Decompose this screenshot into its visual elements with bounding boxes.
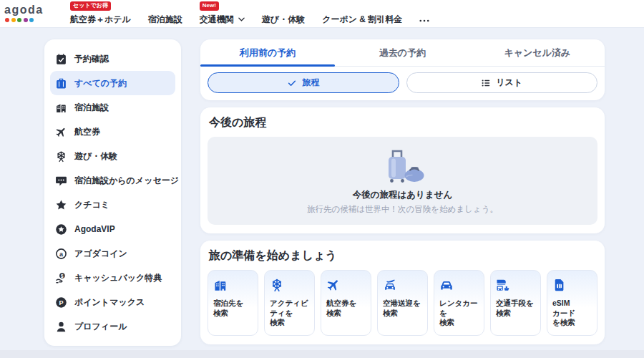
empty-state-title: 今後の旅程はありません <box>353 189 453 201</box>
main-nav: セットでお得 航空券＋ホテル 宿泊施設 New! 交通機関 遊び・体験 クーポン… <box>70 11 429 27</box>
nav-item-label: 航空券＋ホテル <box>70 15 131 24</box>
cashback-icon: $ <box>55 272 67 284</box>
sidebar-item-label: 宿泊施設からのメッセージ <box>74 175 179 187</box>
sidebar-item-label: キャッシュバック特典 <box>74 272 162 284</box>
upcoming-trips-card: 今後の旅程 今後の旅程はありません 旅行先の候補は世界中！次の冒険を始めましょう… <box>200 107 605 233</box>
sidebar-item-label: 航空券 <box>74 126 100 138</box>
svg-text:a: a <box>59 250 64 257</box>
search-airport-transfer-card[interactable]: 空港送迎を 検索 <box>377 270 428 336</box>
quick-card-label: eSIM カード を検索 <box>552 299 592 328</box>
suitcase-icon <box>55 77 67 90</box>
tab-cancelled-bookings[interactable]: キャンセル済み <box>470 39 605 66</box>
sidebar-item-agoda-vip[interactable]: AgodaVIP <box>50 217 175 241</box>
quick-card-label: 航空券を 検索 <box>326 299 366 318</box>
tab-upcoming-bookings[interactable]: 利用前の予約 <box>200 39 335 66</box>
car-icon <box>439 278 454 292</box>
sidebar-item-label: クチコミ <box>74 199 109 211</box>
search-transport-card[interactable]: 交通手段を 検索 <box>490 270 541 336</box>
sidebar-item-cashback[interactable]: $ キャッシュバック特典 <box>50 266 175 290</box>
sim-card-icon <box>552 278 567 292</box>
logo-dot-blue <box>29 18 34 22</box>
logo-dot-green <box>17 18 21 22</box>
nav-item-transport[interactable]: New! 交通機関 <box>200 11 245 27</box>
tab-label: 利用前の予約 <box>240 47 296 58</box>
sidebar-item-activities[interactable]: 遊び・体験 <box>50 144 175 168</box>
agoda-logo-text: agoda <box>4 4 42 16</box>
quick-card-label: 空港送迎を 検索 <box>383 299 422 318</box>
quick-card-label: 交通手段を 検索 <box>496 299 535 318</box>
more-menu-icon <box>419 19 429 22</box>
view-toggle-itinerary[interactable]: 旅程 <box>208 72 399 93</box>
transport-icon <box>496 278 510 292</box>
new-badge: New! <box>200 1 219 11</box>
buildings-icon <box>213 278 228 292</box>
plane-icon <box>323 275 343 295</box>
nav-item-activities[interactable]: 遊び・体験 <box>262 11 305 27</box>
sidebar-item-label: ポイントマックス <box>74 296 145 309</box>
sidebar-item-pointsmax[interactable]: P ポイントマックス <box>50 290 175 314</box>
view-toggle: 旅程 リスト <box>200 67 605 100</box>
sidebar-item-label: 遊び・体験 <box>74 150 117 163</box>
sidebar-item-reviews[interactable]: クチコミ <box>50 193 175 217</box>
sidebar-item-label: AgodaVIP <box>74 224 115 234</box>
search-flights-card[interactable]: 航空券を 検索 <box>321 270 371 336</box>
plane-icon <box>52 123 69 140</box>
sidebar-item-label: プロフィール <box>74 321 127 333</box>
sidebar-item-flights[interactable]: 航空券 <box>50 120 175 144</box>
view-toggle-label: 旅程 <box>302 77 319 89</box>
sidebar-item-label: すべての予約 <box>74 77 127 90</box>
nav-item-more[interactable] <box>419 11 429 27</box>
svg-text:P: P <box>59 299 63 306</box>
search-esim-card[interactable]: eSIM カード を検索 <box>547 270 597 336</box>
star-circle-icon <box>55 223 67 236</box>
sidebar: 予約確認 すべての予約 宿泊施設 航空券 遊び・体験 <box>44 39 181 346</box>
sidebar-item-all-bookings[interactable]: すべての予約 <box>50 71 175 95</box>
list-icon <box>481 78 491 88</box>
agoda-logo[interactable]: agoda <box>4 4 42 27</box>
logo-dot-red <box>5 18 9 22</box>
sidebar-item-property-messages[interactable]: 宿泊施設からのメッセージ <box>50 168 175 193</box>
main-content: 利用前の予約 過去の予約 キャンセル済み 旅程 <box>200 39 605 344</box>
profile-icon <box>55 321 67 333</box>
bookings-filter-card: 利用前の予約 過去の予約 キャンセル済み 旅程 <box>200 39 605 100</box>
quick-card-label: レンタカー を 検索 <box>439 299 479 328</box>
search-activities-card[interactable]: アクティビ ティを 検索 <box>264 270 315 336</box>
logo-dot-purple <box>24 18 28 22</box>
nav-item-label: クーポン & 割引料金 <box>322 15 402 24</box>
sidebar-item-agoda-coins[interactable]: a アゴダコイン <box>50 241 175 266</box>
booking-status-tabs: 利用前の予約 過去の予約 キャンセル済み <box>200 39 605 67</box>
airport-transfer-icon <box>383 278 397 292</box>
agoda-logo-dots <box>5 18 42 22</box>
view-toggle-label: リスト <box>496 77 522 89</box>
quick-search-cards: 宿泊先を 検索 アクティビ ティを 検索 航空券を 検索 <box>208 270 597 336</box>
footer-strip <box>0 350 644 358</box>
upcoming-trips-empty-state: 今後の旅程はありません 旅行先の候補は世界中！次の冒険を始めましょう。 <box>208 137 597 225</box>
star-icon <box>55 199 67 211</box>
nav-item-coupons-deals[interactable]: クーポン & 割引料金 <box>322 11 402 27</box>
sidebar-item-booking-confirmation[interactable]: 予約確認 <box>50 47 175 71</box>
buildings-icon <box>55 102 67 114</box>
agoda-bookings-page: agoda セットでお得 航空券＋ホテル 宿泊施設 New! 交通機関 <box>0 0 644 358</box>
svg-text:$: $ <box>61 273 64 279</box>
upcoming-trips-title: 今後の旅程 <box>209 115 597 130</box>
trip-preparation-title: 旅の準備を始めましょう <box>209 248 597 263</box>
empty-state-subtitle: 旅行先の候補は世界中！次の冒険を始めましょう。 <box>307 204 498 215</box>
chevron-down-icon <box>238 17 245 21</box>
pointsmax-icon: P <box>55 296 67 309</box>
logo-dot-orange <box>11 18 16 22</box>
tab-past-bookings[interactable]: 過去の予約 <box>335 39 469 66</box>
check-icon <box>287 78 297 88</box>
message-icon <box>55 175 67 187</box>
nav-item-accommodation[interactable]: 宿泊施設 <box>148 11 182 27</box>
search-car-rental-card[interactable]: レンタカー を 検索 <box>434 270 484 336</box>
bundle-deal-badge: セットでお得 <box>70 1 111 11</box>
tab-label: 過去の予約 <box>379 47 426 58</box>
nav-item-flights-hotels[interactable]: セットでお得 航空券＋ホテル <box>70 11 131 27</box>
view-toggle-list[interactable]: リスト <box>406 72 598 93</box>
sidebar-item-profile[interactable]: プロフィール <box>50 314 175 339</box>
luggage-illustration <box>379 147 426 185</box>
search-accommodation-card[interactable]: 宿泊先を 検索 <box>208 270 258 336</box>
ferris-wheel-icon <box>270 278 284 292</box>
tab-label: キャンセル済み <box>504 47 570 58</box>
sidebar-item-accommodation[interactable]: 宿泊施設 <box>50 95 175 120</box>
